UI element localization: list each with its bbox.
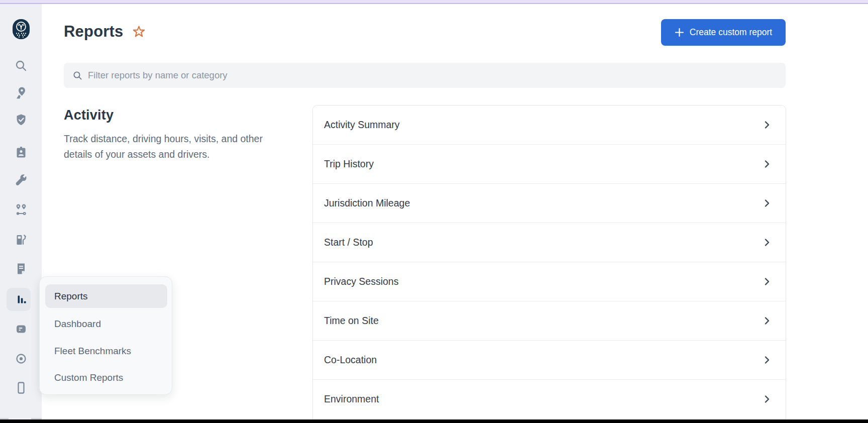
id-badge-icon[interactable] bbox=[0, 145, 42, 159]
flyout-item-custom-reports[interactable]: Custom Reports bbox=[45, 366, 167, 389]
page-title: Reports bbox=[64, 23, 124, 41]
report-label: Jurisdiction Mileage bbox=[324, 197, 410, 209]
report-row-trip-history[interactable]: Trip History bbox=[313, 145, 786, 184]
report-row-privacy-sessions[interactable]: Privacy Sessions bbox=[313, 262, 786, 301]
create-custom-report-button[interactable]: Create custom report bbox=[661, 19, 786, 46]
flyout-item-fleet-benchmarks[interactable]: Fleet Benchmarks bbox=[45, 339, 167, 363]
section-description: Track distance, driving hours, visits, a… bbox=[64, 131, 287, 162]
search-icon[interactable] bbox=[0, 59, 42, 73]
document-icon[interactable] bbox=[0, 262, 42, 276]
browser-top-strip bbox=[0, 0, 868, 4]
report-list-card: Activity Summary Trip History Jurisdicti… bbox=[312, 105, 786, 423]
report-label: Privacy Sessions bbox=[324, 276, 398, 287]
report-row-activity-summary[interactable]: Activity Summary bbox=[313, 105, 786, 145]
report-label: Time on Site bbox=[324, 315, 379, 327]
flyout-item-reports[interactable]: Reports bbox=[45, 284, 167, 308]
report-label: Trip History bbox=[324, 158, 374, 170]
report-row-co-location[interactable]: Co-Location bbox=[313, 341, 786, 380]
chevron-right-icon bbox=[763, 316, 771, 325]
report-label: Co-Location bbox=[324, 354, 377, 366]
chevron-right-icon bbox=[763, 199, 771, 207]
plus-icon bbox=[675, 28, 684, 37]
wrench-icon[interactable] bbox=[0, 173, 42, 187]
report-row-time-on-site[interactable]: Time on Site bbox=[313, 301, 786, 341]
map-pin-icon[interactable] bbox=[0, 86, 42, 100]
chevron-right-icon bbox=[763, 160, 771, 168]
record-circle-icon[interactable] bbox=[0, 352, 42, 366]
create-custom-report-label: Create custom report bbox=[690, 27, 772, 38]
report-label: Start / Stop bbox=[324, 237, 373, 248]
chevron-right-icon bbox=[763, 238, 771, 247]
filter-reports-field[interactable] bbox=[64, 63, 786, 88]
section-title: Activity bbox=[64, 108, 287, 123]
report-row-jurisdiction-mileage[interactable]: Jurisdiction Mileage bbox=[313, 184, 786, 223]
report-label: Environment bbox=[324, 393, 379, 405]
report-row-start-stop[interactable]: Start / Stop bbox=[313, 223, 786, 262]
fuel-pump-icon[interactable] bbox=[0, 233, 42, 247]
filter-reports-input[interactable] bbox=[88, 70, 777, 81]
shield-check-icon[interactable] bbox=[0, 113, 42, 127]
search-icon bbox=[73, 71, 82, 80]
route-icon[interactable] bbox=[0, 203, 42, 217]
star-favorite-icon[interactable] bbox=[133, 26, 145, 38]
flyout-item-dashboard[interactable]: Dashboard bbox=[45, 312, 167, 336]
chevron-right-icon bbox=[763, 356, 771, 364]
bar-chart-icon[interactable] bbox=[0, 292, 42, 306]
chevron-right-icon bbox=[763, 395, 771, 403]
message-card-icon[interactable] bbox=[0, 322, 42, 336]
report-label: Activity Summary bbox=[324, 119, 400, 131]
owl-logo[interactable] bbox=[0, 19, 42, 39]
reports-flyout-menu: Reports Dashboard Fleet Benchmarks Custo… bbox=[39, 276, 172, 395]
mobile-phone-icon[interactable] bbox=[0, 381, 42, 395]
chevron-right-icon bbox=[763, 277, 771, 286]
chevron-right-icon bbox=[763, 121, 771, 129]
sidebar bbox=[0, 4, 42, 423]
report-row-environment[interactable]: Environment bbox=[313, 380, 786, 419]
bottom-black-bar bbox=[0, 419, 868, 423]
